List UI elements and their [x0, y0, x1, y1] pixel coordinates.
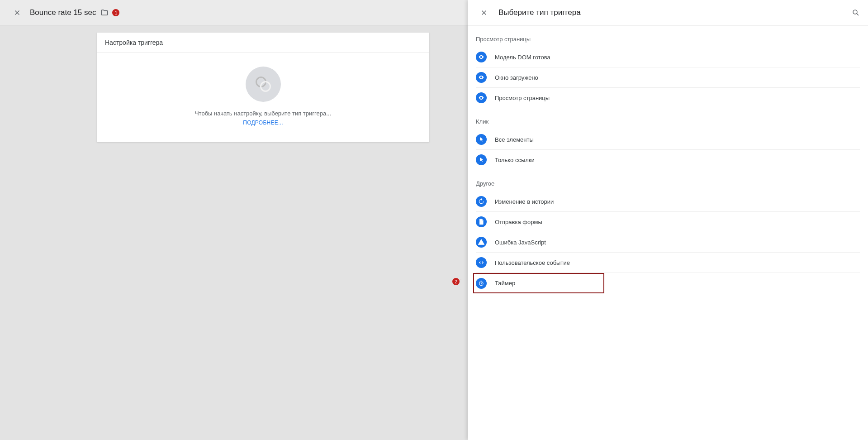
- page-header: Bounce rate 15 sec 1: [0, 0, 468, 26]
- trigger-config-card[interactable]: Настройка триггера Чтобы начать настройк…: [97, 33, 429, 142]
- placeholder-icon: [246, 67, 281, 102]
- trigger-type-label: Модель DOM готова: [495, 54, 550, 61]
- cursor-icon: [476, 154, 487, 165]
- panel-body: Просмотр страницыМодель DOM готоваОкно з…: [468, 26, 868, 293]
- trigger-type-row[interactable]: Ошибка JavaScript: [476, 232, 860, 253]
- trigger-type-label: Просмотр страницы: [495, 95, 550, 101]
- trigger-type-row[interactable]: Модель DOM готова: [476, 47, 860, 67]
- trigger-type-label: Пользовательское событие: [495, 259, 570, 266]
- folder-icon[interactable]: [100, 9, 109, 17]
- search-icon[interactable]: [852, 9, 860, 17]
- trigger-type-label: Только ссылки: [495, 157, 535, 163]
- eye-icon: [476, 52, 487, 62]
- trigger-type-label: Окно загружено: [495, 74, 538, 81]
- trigger-name[interactable]: Bounce rate 15 sec: [30, 8, 96, 17]
- section-label: Клик: [476, 108, 868, 129]
- panel-title: Выберите тип триггера: [498, 8, 852, 17]
- form-icon: [476, 216, 487, 227]
- history-icon: [476, 196, 487, 207]
- trigger-type-row[interactable]: Просмотр страницы: [476, 88, 860, 108]
- svg-point-7: [481, 77, 482, 78]
- trigger-type-label: Все элементы: [495, 136, 534, 143]
- panel-header: Выберите тип триггера: [468, 0, 868, 26]
- trigger-type-label: Изменение в истории: [495, 198, 554, 205]
- trigger-type-row[interactable]: Только ссылки: [476, 150, 860, 170]
- card-body: Чтобы начать настройку, выберите тип три…: [97, 53, 429, 142]
- trigger-type-row[interactable]: Пользовательское событие: [476, 253, 860, 273]
- cursor-icon: [476, 134, 487, 145]
- section-label: Просмотр страницы: [476, 26, 868, 47]
- svg-point-6: [481, 57, 482, 57]
- code-icon: [476, 257, 487, 268]
- svg-point-4: [853, 10, 857, 14]
- trigger-type-row[interactable]: Окно загружено: [476, 67, 860, 88]
- trigger-type-row[interactable]: Таймер: [473, 273, 604, 293]
- timer-icon: [476, 278, 487, 289]
- trigger-type-row[interactable]: Все элементы: [476, 129, 860, 150]
- close-icon[interactable]: [9, 5, 25, 21]
- eye-icon: [476, 72, 487, 83]
- trigger-type-label: Отправка формы: [495, 219, 542, 225]
- trigger-type-label: Ошибка JavaScript: [495, 239, 546, 246]
- eye-icon: [476, 92, 487, 103]
- section-label: Другое: [476, 170, 868, 191]
- learn-more-link[interactable]: ПОДРОБНЕЕ...: [243, 120, 283, 126]
- trigger-type-panel: Выберите тип триггера Просмотр страницыМ…: [468, 0, 868, 440]
- trigger-type-row[interactable]: Изменение в истории: [476, 191, 860, 212]
- trigger-type-label: Таймер: [495, 280, 515, 287]
- annotation-badge-2: 2: [452, 278, 460, 285]
- annotation-badge-1: 1: [112, 9, 119, 16]
- trigger-type-row[interactable]: Отправка формы: [476, 212, 860, 232]
- warning-icon: [476, 237, 487, 248]
- svg-line-5: [857, 14, 859, 15]
- card-title: Настройка триггера: [97, 33, 429, 53]
- close-icon[interactable]: [476, 5, 492, 21]
- annotation-tick: -: [460, 276, 462, 278]
- placeholder-text: Чтобы начать настройку, выберите тип три…: [195, 110, 331, 117]
- trigger-config-page: Bounce rate 15 sec 1 Настройка триггера …: [0, 0, 468, 440]
- svg-point-8: [481, 97, 482, 98]
